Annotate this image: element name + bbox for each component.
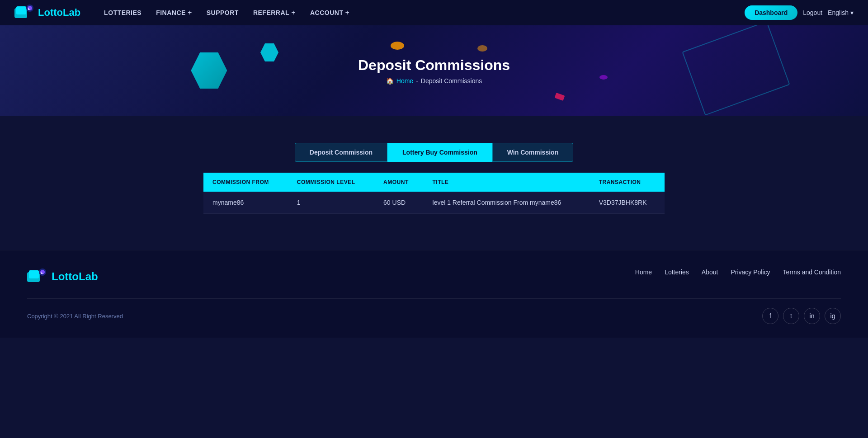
navbar-logo[interactable]: L LottoLab — [14, 5, 80, 21]
chevron-down-icon: ▾ — [850, 9, 854, 16]
nav-finance[interactable]: FINANCE + — [151, 0, 198, 25]
footer-logo-icon: L — [27, 268, 47, 285]
nav-support[interactable]: SUPPORT — [201, 0, 244, 25]
hero-banner: Deposit Commissions 🏠 Home - Deposit Com… — [0, 25, 868, 116]
svg-text:L: L — [28, 7, 30, 11]
orange-shape — [391, 42, 404, 50]
logo-text: LottoLab — [38, 7, 80, 19]
cell-title: level 1 Referral Commission From myname8… — [424, 192, 590, 214]
col-amount: AMOUNT — [374, 173, 423, 192]
footer-link-lotteries[interactable]: Lotteries — [665, 268, 689, 276]
instagram-icon[interactable]: ig — [825, 308, 841, 324]
commission-table: COMMISSION FROM COMMISSION LEVEL AMOUNT … — [203, 173, 665, 214]
small-hex-shape — [260, 43, 278, 61]
referral-plus-icon: + — [291, 9, 296, 17]
col-title: TITLE — [424, 173, 590, 192]
logo-icon: L — [14, 5, 34, 21]
footer-top: L LottoLab Home Lotteries About Privacy … — [27, 268, 841, 285]
footer: L LottoLab Home Lotteries About Privacy … — [0, 250, 868, 338]
navbar: L LottoLab LOTTERIES FINANCE + SUPPORT R… — [0, 0, 868, 25]
pink-shape — [555, 93, 565, 101]
breadcrumb-home-link[interactable]: Home — [396, 77, 413, 85]
nav-links: LOTTERIES FINANCE + SUPPORT REFERRAL + A… — [99, 0, 745, 25]
nav-account[interactable]: ACCOUNT + — [305, 0, 355, 25]
col-commission-from: COMMISSION FROM — [203, 173, 288, 192]
footer-bottom: Copyright © 2021 All Right Reserved f t … — [27, 298, 841, 324]
nav-lotteries[interactable]: LOTTERIES — [99, 0, 147, 25]
line-shape — [682, 25, 790, 116]
footer-link-privacy[interactable]: Privacy Policy — [731, 268, 770, 276]
table-header: COMMISSION FROM COMMISSION LEVEL AMOUNT … — [203, 173, 665, 192]
table-body: myname86 1 60 USD level 1 Referral Commi… — [203, 192, 665, 214]
col-transaction: TRANSACTION — [590, 173, 665, 192]
facebook-icon[interactable]: f — [762, 308, 778, 324]
footer-link-about[interactable]: About — [702, 268, 718, 276]
svg-text:L: L — [41, 271, 43, 275]
footer-logo: L LottoLab — [27, 268, 98, 285]
home-icon: 🏠 — [386, 77, 394, 85]
finance-plus-icon: + — [188, 9, 192, 17]
tab-win-commission[interactable]: Win Commission — [492, 143, 573, 162]
cell-commission-from: myname86 — [203, 192, 288, 214]
account-plus-icon: + — [345, 9, 350, 17]
tab-lottery-buy-commission[interactable]: Lottery Buy Commission — [387, 143, 492, 162]
page-title: Deposit Commissions — [358, 57, 510, 74]
footer-logo-text: LottoLab — [52, 270, 98, 283]
cell-commission-level: 1 — [288, 192, 374, 214]
cell-transaction: V3D37JBHK8RK — [590, 192, 665, 214]
linkedin-icon[interactable]: in — [804, 308, 820, 324]
col-commission-level: COMMISSION LEVEL — [288, 173, 374, 192]
brown-shape — [477, 45, 487, 52]
svg-rect-1 — [16, 6, 26, 14]
svg-rect-6 — [29, 270, 39, 278]
hex-shape — [191, 52, 227, 89]
social-icons: f t in ig — [762, 308, 841, 324]
dashboard-button[interactable]: Dashboard — [745, 5, 797, 20]
twitter-icon[interactable]: t — [783, 308, 799, 324]
breadcrumb: 🏠 Home - Deposit Commissions — [386, 77, 482, 85]
cell-amount: 60 USD — [374, 192, 423, 214]
footer-link-home[interactable]: Home — [635, 268, 652, 276]
table-row: myname86 1 60 USD level 1 Referral Commi… — [203, 192, 665, 214]
breadcrumb-separator: - — [416, 77, 418, 85]
nav-referral[interactable]: REFERRAL + — [248, 0, 301, 25]
footer-nav: Home Lotteries About Privacy Policy Term… — [635, 268, 841, 276]
breadcrumb-current: Deposit Commissions — [421, 77, 482, 85]
copyright-text: Copyright © 2021 All Right Reserved — [27, 313, 123, 320]
footer-link-terms[interactable]: Terms and Condition — [783, 268, 841, 276]
language-selector[interactable]: English ▾ — [828, 9, 854, 16]
tab-deposit-commission[interactable]: Deposit Commission — [295, 143, 387, 162]
main-content: Deposit Commission Lottery Buy Commissio… — [194, 116, 674, 250]
commission-tabs: Deposit Commission Lottery Buy Commissio… — [203, 143, 665, 162]
logout-button[interactable]: Logout — [803, 9, 822, 16]
navbar-right: Dashboard Logout English ▾ — [745, 5, 854, 20]
purple-shape — [599, 75, 608, 80]
